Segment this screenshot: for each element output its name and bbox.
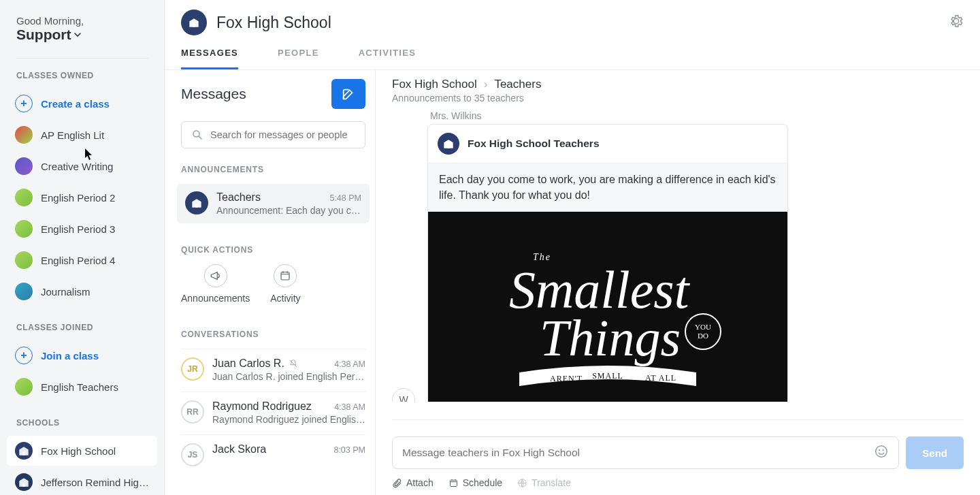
attach-button[interactable]: Attach <box>392 477 434 488</box>
sidebar: Good Morning, Support Classes owned + Cr… <box>0 0 165 495</box>
sidebar-item-fox-high-school[interactable]: Fox High School <box>7 436 157 466</box>
conversation-item[interactable]: JR Juan Carlos R. 4:38 AM Juan Carlos R.… <box>181 349 365 392</box>
svg-point-10 <box>876 446 887 458</box>
quote-ribbon-right: AT ALL <box>645 373 676 383</box>
announcement-preview: Announcement: Each day you come... <box>216 205 361 216</box>
class-avatar-icon <box>15 189 33 206</box>
conversation-item[interactable]: RR Raymond Rodriguez 4:38 AM Raymond Rod… <box>181 392 365 434</box>
conversation-item[interactable]: JS Jack Skora 8:03 PM <box>181 434 365 476</box>
tab-people[interactable]: People <box>278 44 319 69</box>
schedule-button[interactable]: Schedule <box>448 477 502 488</box>
svg-rect-5 <box>281 272 289 280</box>
message-bubble: Fox High School Teachers Each day you co… <box>427 124 788 402</box>
svg-rect-4 <box>195 204 197 208</box>
plus-icon: + <box>15 95 33 112</box>
sidebar-item-ap-english-lit[interactable]: AP English Lit <box>7 120 157 150</box>
class-avatar-icon <box>15 251 33 269</box>
megaphone-icon <box>204 264 227 287</box>
svg-rect-13 <box>450 480 457 486</box>
sidebar-item-label: Creative Writing <box>41 161 113 172</box>
school-avatar-icon <box>181 10 207 35</box>
tab-activities[interactable]: Activities <box>359 44 416 69</box>
sidebar-item-label: English Teachers <box>41 381 118 393</box>
breadcrumb: Fox High School › Teachers <box>392 78 964 91</box>
svg-rect-2 <box>193 23 195 27</box>
svg-point-11 <box>879 449 880 451</box>
class-avatar-icon <box>15 283 33 300</box>
compose-button[interactable] <box>331 79 365 109</box>
sidebar-item-label: AP English Lit <box>41 129 104 141</box>
calendar-icon <box>274 264 297 287</box>
quote-ribbon-mid: SMALL <box>592 371 623 381</box>
global-header: Fox High School Messages People Activiti… <box>165 0 980 70</box>
svg-rect-0 <box>22 451 24 456</box>
join-class-button[interactable]: + Join a class <box>7 340 157 370</box>
schedule-label: Schedule <box>463 477 502 488</box>
conversation-name: Raymond Rodriguez <box>212 400 312 413</box>
composer: Send Attach Schedule Translate <box>376 402 980 495</box>
conversation-name: Jack Skora <box>212 443 266 456</box>
class-avatar-icon <box>15 126 33 144</box>
section-title-announcements: Announcements <box>181 165 365 174</box>
svg-point-3 <box>193 131 199 137</box>
school-avatar-icon <box>15 442 33 460</box>
school-avatar-icon <box>185 191 208 214</box>
breadcrumb-school[interactable]: Fox High School <box>392 78 477 91</box>
settings-button[interactable] <box>949 14 964 31</box>
join-class-label: Join a class <box>41 350 99 362</box>
sidebar-item-label: Jefferson Remind High... <box>41 477 149 488</box>
avatar: JR <box>181 357 204 381</box>
create-class-button[interactable]: + Create a class <box>7 89 157 118</box>
message-input[interactable] <box>402 447 874 459</box>
create-class-label: Create a class <box>41 98 110 110</box>
sidebar-item-english-period-4[interactable]: English Period 4 <box>7 245 157 275</box>
section-title-quick-actions: Quick Actions <box>181 245 365 255</box>
quick-action-activity[interactable]: Activity <box>270 264 300 304</box>
sidebar-divider <box>16 58 148 59</box>
conversation-time: 8:03 PM <box>333 445 365 455</box>
breadcrumb-audience[interactable]: Teachers <box>494 78 541 91</box>
quote-things: Things <box>540 309 681 366</box>
announcement-time: 5:48 PM <box>329 193 361 203</box>
conversation-time: 4:38 AM <box>334 402 365 412</box>
page-title: Fox High School <box>216 14 939 32</box>
greeting[interactable]: Good Morning, Support <box>0 15 164 54</box>
quick-action-announcements[interactable]: Announcements <box>181 264 250 304</box>
svg-text:YOU: YOU <box>695 323 711 331</box>
globe-icon <box>517 478 527 488</box>
sidebar-item-label: English Period 2 <box>41 192 115 204</box>
bubble-image[interactable]: The Smallest Things YOU DO AREN'T SMALL … <box>428 212 787 402</box>
tab-messages[interactable]: Messages <box>181 44 238 69</box>
search-box[interactable] <box>181 121 365 148</box>
sidebar-item-english-teachers[interactable]: English Teachers <box>7 372 157 402</box>
quick-action-label: Activity <box>270 293 300 304</box>
class-avatar-icon <box>15 220 33 238</box>
emoji-button[interactable] <box>874 444 889 462</box>
conversation-time: 4:38 AM <box>334 360 365 369</box>
avatar: RR <box>181 400 204 424</box>
announcement-item[interactable]: Teachers 5:48 PM Announcement: Each day … <box>177 184 370 223</box>
composer-box[interactable] <box>392 436 899 469</box>
search-input[interactable] <box>210 129 355 140</box>
sidebar-item-jefferson-remind-high[interactable]: Jefferson Remind High... <box>7 467 157 495</box>
sender-avatar: W <box>392 388 415 402</box>
thread-column: Fox High School › Teachers Announcements… <box>376 0 980 495</box>
emoji-icon <box>874 444 889 459</box>
gear-icon <box>949 14 964 29</box>
calendar-icon <box>448 478 459 488</box>
sidebar-item-label: English Period 3 <box>41 223 115 235</box>
bubble-text: Each day you come to work, you are makin… <box>428 163 787 212</box>
sidebar-item-creative-writing[interactable]: Creative Writing <box>7 151 157 181</box>
sidebar-item-journalism[interactable]: Journalism <box>7 276 157 306</box>
send-button[interactable]: Send <box>906 436 964 469</box>
compose-icon <box>341 86 356 101</box>
sidebar-item-label: Journalism <box>41 286 91 298</box>
translate-button[interactable]: Translate <box>517 477 571 488</box>
section-title-classes-joined: Classes joined <box>0 323 164 340</box>
quote-ribbon-left: AREN'T <box>550 374 583 383</box>
sidebar-item-english-period-3[interactable]: English Period 3 <box>7 214 157 244</box>
translate-label: Translate <box>532 477 571 488</box>
section-title-conversations: Conversations <box>181 330 365 339</box>
class-avatar-icon <box>15 378 33 396</box>
sidebar-item-english-period-2[interactable]: English Period 2 <box>7 182 157 212</box>
